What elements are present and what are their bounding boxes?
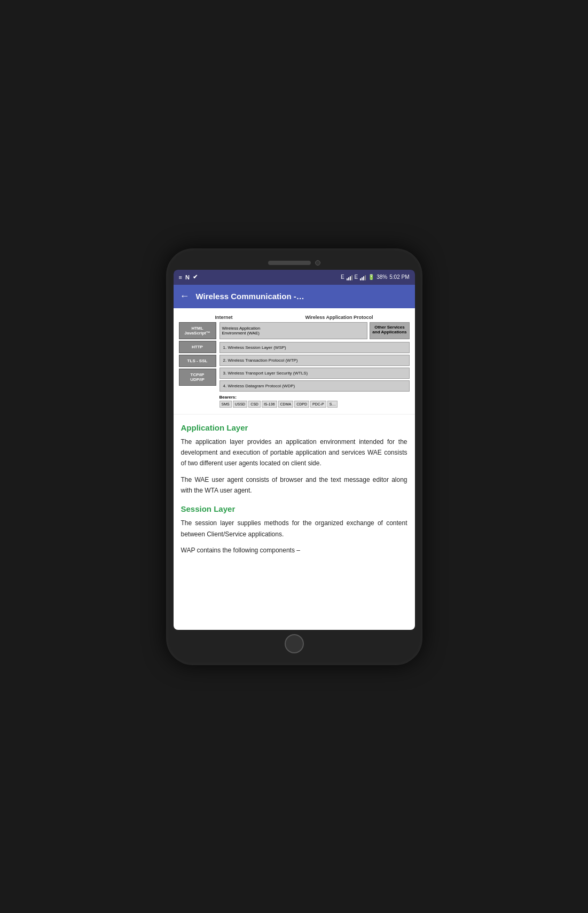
wap-col-title: Wireless Application Protocol <box>305 315 373 320</box>
application-layer-para1: The application layer provides an applic… <box>181 436 407 469</box>
battery-icon: 🔋 <box>368 274 374 280</box>
phone-frame: ≡ N ✔ E E 🔋 3 <box>166 248 422 665</box>
wap-wdp: 4. Wireless Datagram Protocol (WDP) <box>219 380 410 392</box>
bearer-cdma: CDMA <box>278 401 294 408</box>
wae-block: Wireless ApplicationEnvironment (WAE) <box>219 322 368 339</box>
internet-tcp: TCP/IPUDP/IP <box>179 369 216 386</box>
session-layer-para2: WAP contains the following components – <box>181 545 407 556</box>
wap-column: Wireless ApplicationEnvironment (WAE) Ot… <box>219 322 410 408</box>
wap-wtls: 3. Wireless Transport Layer Security (WT… <box>219 368 410 379</box>
internet-tls: TLS - SSL <box>179 355 216 367</box>
signal2-label: E <box>355 274 358 280</box>
home-button[interactable] <box>285 634 304 653</box>
application-layer-para2: The WAE user agent consists of browser a… <box>181 474 407 496</box>
bearer-is136: IS-136 <box>262 401 277 408</box>
other-services-block: Other Servicesand Applications <box>370 322 409 339</box>
wap-wsp: 1. Wireless Session Layer (WSP) <box>219 342 410 353</box>
session-layer-title: Session Layer <box>181 504 407 513</box>
menu-icon: ≡ <box>179 274 182 280</box>
text-content: Application Layer The application layer … <box>174 415 415 600</box>
status-right: E E 🔋 38% 5:02 PM <box>341 274 410 280</box>
bearer-pdcp: PDC-P <box>310 401 326 408</box>
bearer-cdpd: CDPD <box>294 401 309 408</box>
status-left-icons: ≡ N ✔ <box>179 274 198 280</box>
signal1-label: E <box>341 274 344 280</box>
session-layer-para1: The session layer supplies methods for t… <box>181 518 407 540</box>
time-display: 5:02 PM <box>389 274 409 280</box>
signal2-bars <box>360 274 366 280</box>
wap-top-row: Wireless ApplicationEnvironment (WAE) Ot… <box>219 322 410 339</box>
internet-html: HTMLJavaScript™ <box>179 322 216 339</box>
bearer-ussd: USSD <box>233 401 247 408</box>
diagram-titles: Internet Wireless Application Protocol <box>179 315 410 320</box>
wap-wtp: 2. Wireless Transaction Protocol (WTP) <box>219 355 410 366</box>
app-header: ← Wireless Communication -… <box>174 285 415 308</box>
battery-percent: 38% <box>377 274 387 280</box>
app-header-title: Wireless Communication -… <box>196 292 304 301</box>
phone-screen: ≡ N ✔ E E 🔋 3 <box>174 270 415 630</box>
bearers-section: Bearers: SMS USSD CSD IS-136 CDMA CDPD P… <box>219 395 410 408</box>
bearers-label: Bearers: <box>219 395 410 400</box>
internet-col-title: Internet <box>215 315 232 320</box>
layer-stack: HTMLJavaScript™ HTTP TLS - SSL TCP/IPUDP… <box>179 322 410 408</box>
wap-diagram-container: Internet Wireless Application Protocol H… <box>174 308 415 415</box>
signal1-bars <box>347 274 352 280</box>
content-area[interactable]: Internet Wireless Application Protocol H… <box>174 308 415 630</box>
bearer-sms: SMS <box>219 401 232 408</box>
check-icon: ✔ <box>193 274 198 280</box>
status-bar: ≡ N ✔ E E 🔋 3 <box>174 270 415 285</box>
speaker <box>268 261 311 265</box>
bearer-more: S… <box>327 401 338 408</box>
internet-column: HTMLJavaScript™ HTTP TLS - SSL TCP/IPUDP… <box>179 322 216 386</box>
front-camera <box>315 260 320 266</box>
n-icon: N <box>185 274 190 280</box>
phone-top <box>174 258 415 270</box>
phone-bottom <box>174 630 415 656</box>
bearer-csd: CSD <box>248 401 261 408</box>
bearers-row: SMS USSD CSD IS-136 CDMA CDPD PDC-P S… <box>219 401 410 408</box>
back-button[interactable]: ← <box>180 291 190 302</box>
bottom-spacer <box>181 561 407 594</box>
internet-http: HTTP <box>179 341 216 353</box>
wap-diagram: Internet Wireless Application Protocol H… <box>179 315 410 408</box>
application-layer-title: Application Layer <box>181 423 407 432</box>
